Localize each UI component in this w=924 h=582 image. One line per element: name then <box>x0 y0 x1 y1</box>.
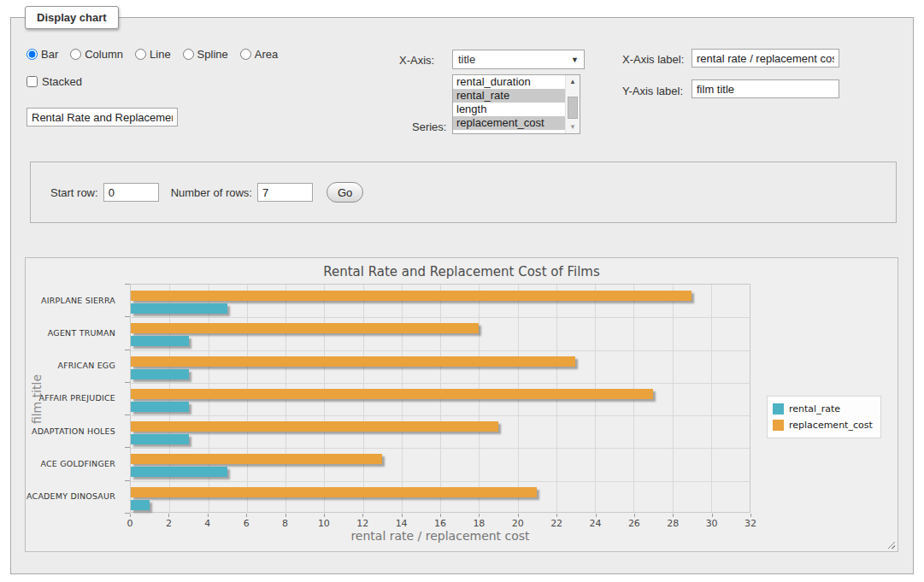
x-tick-label: 0 <box>127 518 133 529</box>
x-tick-mark <box>208 514 209 517</box>
x-tick-label: 12 <box>356 518 368 529</box>
category-label: ACADEMY DINOSAUR <box>26 480 123 513</box>
gridline-vertical <box>673 285 674 512</box>
y-tick-mark <box>125 447 130 448</box>
bar-rental_rate <box>131 336 189 346</box>
x-axis-select[interactable]: title ▼ <box>452 50 585 69</box>
x-tick-mark <box>673 514 674 517</box>
gridline-horizontal <box>131 481 750 482</box>
y-tick-mark <box>125 513 130 514</box>
series-scrollbar[interactable]: ▲ ▼ <box>565 75 580 133</box>
chart-title-input[interactable] <box>26 108 178 126</box>
y-tick-mark <box>125 382 130 383</box>
x-tick-label: 4 <box>204 518 210 529</box>
panel-title: Display chart <box>25 6 119 29</box>
bar-replacement_cost <box>131 487 537 497</box>
x-tick-label: 6 <box>244 518 250 529</box>
x-tick-label: 26 <box>628 518 640 529</box>
x-axis-selected-value: title <box>458 53 475 66</box>
gridline-vertical <box>711 285 712 512</box>
category-label: AFRICAN EGG <box>26 350 123 382</box>
chart-type-option-area[interactable]: Area <box>240 48 278 61</box>
legend-entry-replacement_cost: replacement_cost <box>773 417 873 433</box>
gridline-horizontal <box>131 448 750 449</box>
chart-type-radio-bar[interactable] <box>26 49 38 60</box>
scrollbar-thumb[interactable] <box>568 97 578 119</box>
x-tick-label: 24 <box>590 518 602 529</box>
gridline-horizontal <box>131 350 750 351</box>
x-tick-mark <box>750 514 751 517</box>
x-tick-label: 14 <box>396 518 408 529</box>
chart-type-radio-area[interactable] <box>240 49 251 60</box>
start-row-input[interactable] <box>103 183 159 202</box>
chart-type-label: Line <box>150 48 171 61</box>
num-rows-input[interactable] <box>257 183 313 202</box>
x-tick-mark <box>596 514 597 517</box>
category-label: AFFAIR PREJUDICE <box>26 382 123 414</box>
y-axis-label-input[interactable] <box>692 79 839 98</box>
x-tick-mark <box>324 514 325 517</box>
start-row-label: Start row: <box>50 186 98 199</box>
x-tick-mark <box>168 514 169 517</box>
chart-type-radio-line[interactable] <box>135 49 146 60</box>
chart-title: Rental Rate and Replacement Cost of Film… <box>26 264 898 279</box>
series-option-length[interactable]: length <box>453 103 565 116</box>
chart-type-label: Spline <box>197 48 228 61</box>
x-tick-mark <box>556 514 557 517</box>
bar-replacement_cost <box>131 291 692 301</box>
category-label: AGENT TRUMAN <box>26 316 123 349</box>
bar-replacement_cost <box>131 389 653 399</box>
x-tick-mark <box>634 514 635 517</box>
bar-rental_rate <box>131 303 227 314</box>
bar-replacement_cost <box>131 323 479 333</box>
x-tick-label: 20 <box>512 518 524 529</box>
chart-type-option-bar[interactable]: Bar <box>26 48 58 61</box>
chart-type-option-spline[interactable]: Spline <box>183 48 228 61</box>
y-tick-mark <box>125 480 130 481</box>
category-label: ACE GOLDFINGER <box>26 447 123 479</box>
display-chart-panel: Display chart BarColumnLineSplineArea St… <box>10 17 914 574</box>
chart-type-label: Column <box>85 48 123 61</box>
series-option-rental_rate[interactable]: rental_rate <box>453 89 565 103</box>
chart-type-radio-spline[interactable] <box>183 49 194 60</box>
legend-swatch <box>773 420 784 431</box>
series-option-rental_duration[interactable]: rental_duration <box>453 75 565 89</box>
x-tick-label: 32 <box>744 518 756 529</box>
series-listbox[interactable]: rental_durationrental_ratelengthreplacem… <box>452 74 580 134</box>
row-range-box: Start row: Number of rows: Go <box>30 162 897 223</box>
chart-container: Rental Rate and Replacement Cost of Film… <box>25 257 898 552</box>
chart-type-option-column[interactable]: Column <box>70 48 123 61</box>
scroll-down-icon[interactable]: ▼ <box>566 121 580 133</box>
num-rows-label: Number of rows: <box>171 186 252 199</box>
plot-area <box>130 284 750 513</box>
x-tick-mark <box>479 514 480 517</box>
series-option-replacement_cost[interactable]: replacement_cost <box>453 116 565 130</box>
stacked-checkbox[interactable] <box>26 76 38 87</box>
bar-replacement_cost <box>131 356 575 367</box>
chart-type-radio-column[interactable] <box>70 49 81 60</box>
legend-label: replacement_cost <box>789 420 873 431</box>
x-tick-mark <box>712 514 713 517</box>
x-tick-mark <box>402 514 403 517</box>
scroll-up-icon[interactable]: ▲ <box>566 75 580 88</box>
resize-grip-icon[interactable] <box>886 540 895 549</box>
x-tick-label: 30 <box>706 518 718 529</box>
x-tick-label: 28 <box>667 518 679 529</box>
stacked-checkbox-row[interactable]: Stacked <box>26 75 82 88</box>
x-tick-mark <box>285 514 286 517</box>
go-button[interactable]: Go <box>327 182 363 203</box>
bar-rental_rate <box>131 402 189 412</box>
x-axis-label-input[interactable] <box>692 49 839 68</box>
x-tick-mark <box>130 514 131 517</box>
x-axis-select-label: X-Axis: <box>399 54 434 67</box>
bar-rental_rate <box>131 500 150 510</box>
legend-entry-rental_rate: rental_rate <box>773 401 873 417</box>
bar-rental_rate <box>131 467 227 477</box>
chart-type-radio-group: BarColumnLineSplineArea <box>26 48 278 61</box>
chart-type-option-line[interactable]: Line <box>135 48 171 61</box>
y-tick-mark <box>125 316 130 317</box>
x-tick-mark <box>246 514 247 517</box>
bar-rental_rate <box>131 434 189 444</box>
gridline-horizontal <box>131 415 750 416</box>
x-tick-label: 10 <box>318 518 330 529</box>
